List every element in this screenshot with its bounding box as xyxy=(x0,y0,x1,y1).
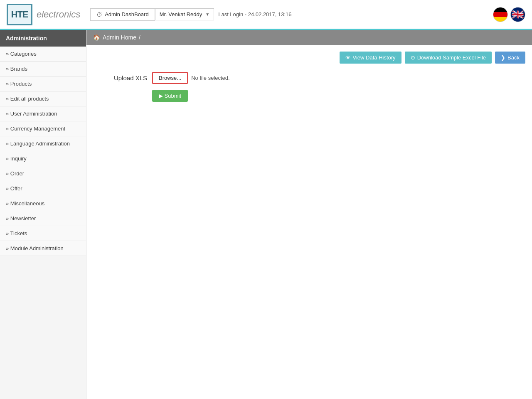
sidebar-item-categories[interactable]: » Categories xyxy=(0,47,86,62)
german-flag[interactable] xyxy=(493,7,508,22)
back-label: Back xyxy=(507,54,520,61)
logo-letters: HTE xyxy=(11,9,28,20)
sidebar-item-newsletter[interactable]: » Newsletter xyxy=(0,211,86,226)
last-login: Last Login - 24.02.2017, 13:16 xyxy=(218,11,291,17)
sidebar-item-currency[interactable]: » Currency Management xyxy=(0,121,86,136)
user-name: Mr. Venkat Reddy xyxy=(160,11,202,17)
main: 🏠 Admin Home / 👁 View Data History ⊙ Dow… xyxy=(86,30,532,399)
view-history-label: View Data History xyxy=(353,54,396,61)
download-excel-button[interactable]: ⊙ Download Sample Excel File xyxy=(405,52,492,64)
sidebar-item-products[interactable]: » Products xyxy=(0,76,86,91)
dashboard-button[interactable]: ⏱ Admin DashBoard xyxy=(90,8,155,21)
logo: HTE electronics xyxy=(7,4,80,25)
logo-text: electronics xyxy=(37,9,80,20)
logo-box: HTE xyxy=(7,4,32,25)
submit-button[interactable]: ▶ Submit xyxy=(152,90,188,102)
sidebar-item-misc[interactable]: » Miscellaneous xyxy=(0,196,86,211)
browse-button[interactable]: Browse... xyxy=(152,72,188,84)
no-file-text: No file selected. xyxy=(191,75,230,81)
dashboard-label: Admin DashBoard xyxy=(105,11,149,17)
clock-icon: ⏱ xyxy=(96,11,102,18)
user-dropdown[interactable]: Mr. Venkat Reddy ▼ xyxy=(155,8,214,20)
view-history-button[interactable]: 👁 View Data History xyxy=(340,52,401,64)
sidebar-title: Administration xyxy=(0,30,86,47)
layout: Administration » Categories » Brands » P… xyxy=(0,30,532,399)
file-input-wrapper: Browse... No file selected. xyxy=(152,72,230,84)
sidebar-item-order[interactable]: » Order xyxy=(0,166,86,181)
header: HTE electronics ⏱ Admin DashBoard Mr. Ve… xyxy=(0,0,532,30)
eye-icon: 👁 xyxy=(345,54,351,61)
sidebar-item-offer[interactable]: » Offer xyxy=(0,181,86,196)
upload-section: Upload XLS Browse... No file selected. ▶… xyxy=(110,72,525,102)
back-button[interactable]: ❯ Back xyxy=(495,52,525,64)
download-excel-label: Download Sample Excel File xyxy=(417,54,486,61)
breadcrumb-separator: / xyxy=(139,34,140,41)
language-flags xyxy=(493,7,525,22)
download-icon: ⊙ xyxy=(411,54,415,61)
header-nav: ⏱ Admin DashBoard Mr. Venkat Reddy ▼ Las… xyxy=(90,8,291,21)
uk-flag[interactable] xyxy=(510,7,525,22)
sidebar-item-tickets[interactable]: » Tickets xyxy=(0,226,86,241)
sidebar: Administration » Categories » Brands » P… xyxy=(0,30,86,399)
breadcrumb-home[interactable]: Admin Home xyxy=(103,34,136,41)
sidebar-item-user-admin[interactable]: » User Administration xyxy=(0,106,86,121)
sidebar-item-edit-products[interactable]: » Edit all products xyxy=(0,91,86,106)
toolbar: 👁 View Data History ⊙ Download Sample Ex… xyxy=(93,52,525,64)
sidebar-item-inquiry[interactable]: » Inquiry xyxy=(0,151,86,166)
sidebar-item-module-admin[interactable]: » Module Administration xyxy=(0,241,86,256)
upload-row: Upload XLS Browse... No file selected. xyxy=(110,72,230,84)
back-arrow-icon: ❯ xyxy=(501,54,505,61)
dropdown-arrow-icon: ▼ xyxy=(205,12,209,17)
sidebar-item-language[interactable]: » Language Administration xyxy=(0,136,86,151)
breadcrumb: 🏠 Admin Home / xyxy=(86,30,532,45)
home-icon: 🏠 xyxy=(93,34,100,41)
sidebar-item-brands[interactable]: » Brands xyxy=(0,62,86,76)
upload-label: Upload XLS xyxy=(110,74,147,81)
content: 👁 View Data History ⊙ Download Sample Ex… xyxy=(86,45,532,399)
